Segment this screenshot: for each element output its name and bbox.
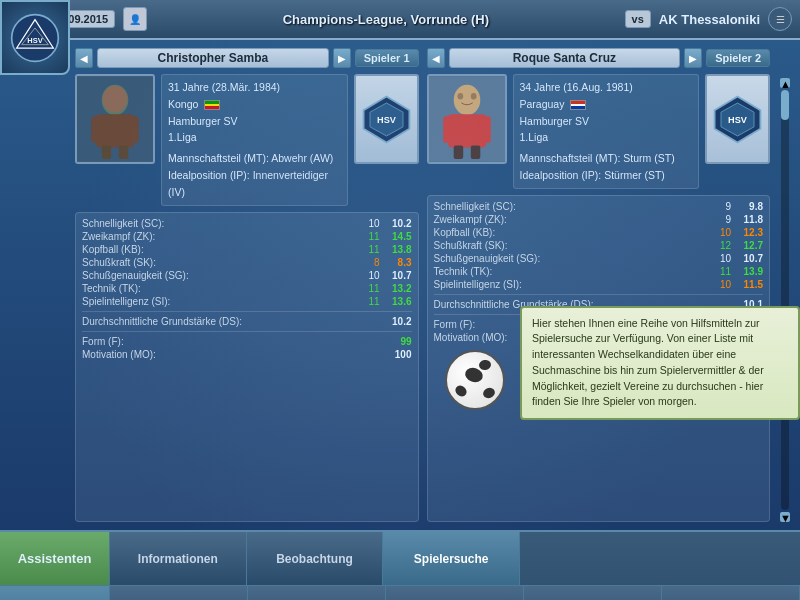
stat-row: Technik (TK): 11 13.9 — [434, 266, 764, 277]
stat-current: 12.7 — [735, 240, 763, 251]
mascot — [445, 350, 510, 415]
stat-base: 11 — [358, 283, 380, 294]
stat-label: Technik (TK): — [82, 283, 358, 294]
stat-label: Zweikampf (ZK): — [434, 214, 710, 225]
tabs-row-1: Informationen Beobachtung Spielersuche — [110, 532, 800, 586]
stat-current: 11.5 — [735, 279, 763, 290]
opponent-name: AK Thessaloniki — [659, 12, 760, 27]
stat-current: 14.5 — [384, 231, 412, 242]
player1-motivation-val: 100 — [384, 349, 412, 360]
tab-training[interactable]: Training — [524, 586, 662, 600]
stat-row: Technik (TK): 11 13.2 — [82, 283, 412, 294]
stat-base: 9 — [709, 214, 731, 225]
assistenten-button[interactable]: Assistenten — [0, 532, 109, 586]
stat-row: Zweikampf (ZK): 11 14.5 — [82, 231, 412, 242]
tab-organizer[interactable]: Organizer — [248, 586, 386, 600]
stat-base: 9 — [709, 201, 731, 212]
stat-row: Kopfball (KB): 11 13.8 — [82, 244, 412, 255]
stat-row: Schußkraft (SK): 12 12.7 — [434, 240, 764, 251]
tabs-row-2: Presse Organizer Team Training Tra... — [110, 586, 800, 600]
stat-current: 10.7 — [735, 253, 763, 264]
player1-stats: Schnelligkeit (SC): 10 10.2 Zweikampf (Z… — [75, 212, 419, 522]
stat-base: 10 — [709, 279, 731, 290]
stat-current: 8.3 — [384, 257, 412, 268]
stat-base: 11 — [358, 244, 380, 255]
stat-row: Schußgenauigkeit (SG): 10 10.7 — [434, 253, 764, 264]
stat-label: Schußgenauigkeit (SG): — [434, 253, 710, 264]
stat-label: Spielintelligenz (SI): — [82, 296, 358, 307]
stat-label: Schnelligkeit (SC): — [82, 218, 358, 229]
bottom-left-buttons: Assistenten Optionen — [0, 532, 110, 600]
top-bar: 📅 06.09.2015 👤 Champions-League, Vorrund… — [0, 0, 800, 40]
bottom-bar: Assistenten Optionen Informationen Beoba… — [0, 530, 800, 600]
tooltip-box: Hier stehen Ihnen eine Reihe von Hilfsmi… — [520, 306, 800, 421]
stat-row: Schußgenauigkeit (SG): 10 10.7 — [82, 270, 412, 281]
tab-transfer[interactable]: Tra... — [662, 586, 800, 600]
stat-current: 13.8 — [384, 244, 412, 255]
stat-base: 11 — [709, 266, 731, 277]
stat-base: 10 — [709, 253, 731, 264]
tooltip-text: Hier stehen Ihnen eine Reihe von Hilfsmi… — [532, 317, 764, 408]
stat-label: Schnelligkeit (SC): — [434, 201, 710, 212]
stat-label: Kopfball (KB): — [82, 244, 358, 255]
stat-base: 10 — [358, 218, 380, 229]
stat-row: Spielintelligenz (SI): 11 13.6 — [82, 296, 412, 307]
optionen-button[interactable]: Optionen — [0, 586, 109, 600]
stat-row: Schußkraft (SK): 8 8.3 — [82, 257, 412, 268]
player1-avg-label: Durchschnittliche Grundstärke (DS): — [82, 316, 384, 327]
stat-base: 8 — [358, 257, 380, 268]
match-title: Champions-League, Vorrunde (H) — [155, 12, 617, 27]
tab-presse[interactable]: Presse — [110, 586, 248, 600]
stat-label: Schußgenauigkeit (SG): — [82, 270, 358, 281]
stat-row: Zweikampf (ZK): 9 11.8 — [434, 214, 764, 225]
stat-current: 9.8 — [735, 201, 763, 212]
vs-label: vs — [625, 10, 651, 28]
stat-current: 12.3 — [735, 227, 763, 238]
settings-icon[interactable]: ☰ — [768, 7, 792, 31]
stat-current: 13.2 — [384, 283, 412, 294]
stat-base: 11 — [358, 296, 380, 307]
stat-current: 10.7 — [384, 270, 412, 281]
main-area: ◀ Christopher Samba ▶ Spieler 1 — [0, 40, 800, 530]
stat-current: 13.9 — [735, 266, 763, 277]
player1-form-label: Form (F): — [82, 336, 384, 347]
stat-current: 10.2 — [384, 218, 412, 229]
tab-spielersuche[interactable]: Spielersuche — [383, 532, 520, 585]
player1-avg-val: 10.2 — [384, 316, 412, 327]
bottom-tabs: Informationen Beobachtung Spielersuche P… — [110, 532, 800, 600]
club-badge: HSV — [0, 0, 70, 75]
stat-label: Kopfball (KB): — [434, 227, 710, 238]
stat-base: 11 — [358, 231, 380, 242]
stat-label: Spielintelligenz (SI): — [434, 279, 710, 290]
stat-label: Schußkraft (SK): — [434, 240, 710, 251]
stat-base: 10 — [358, 270, 380, 281]
team-icon: 👤 — [123, 7, 147, 31]
hsv-logo-svg: HSV — [10, 13, 60, 63]
tab-beobachtung[interactable]: Beobachtung — [247, 532, 384, 585]
stat-label: Schußkraft (SK): — [82, 257, 358, 268]
tab-informationen[interactable]: Informationen — [110, 532, 247, 585]
stat-row: Spielintelligenz (SI): 10 11.5 — [434, 279, 764, 290]
player1-motivation-label: Motivation (MO): — [82, 349, 384, 360]
stat-label: Technik (TK): — [434, 266, 710, 277]
stat-row: Schnelligkeit (SC): 10 10.2 — [82, 218, 412, 229]
svg-text:HSV: HSV — [27, 36, 42, 45]
stat-current: 11.8 — [735, 214, 763, 225]
stat-base: 10 — [709, 227, 731, 238]
stat-current: 13.6 — [384, 296, 412, 307]
stat-label: Zweikampf (ZK): — [82, 231, 358, 242]
soccer-ball — [445, 350, 505, 410]
stat-base: 12 — [709, 240, 731, 251]
player1-form-val: 99 — [384, 336, 412, 347]
tab-team[interactable]: Team — [386, 586, 524, 600]
stat-row: Schnelligkeit (SC): 9 9.8 — [434, 201, 764, 212]
stat-row: Kopfball (KB): 10 12.3 — [434, 227, 764, 238]
